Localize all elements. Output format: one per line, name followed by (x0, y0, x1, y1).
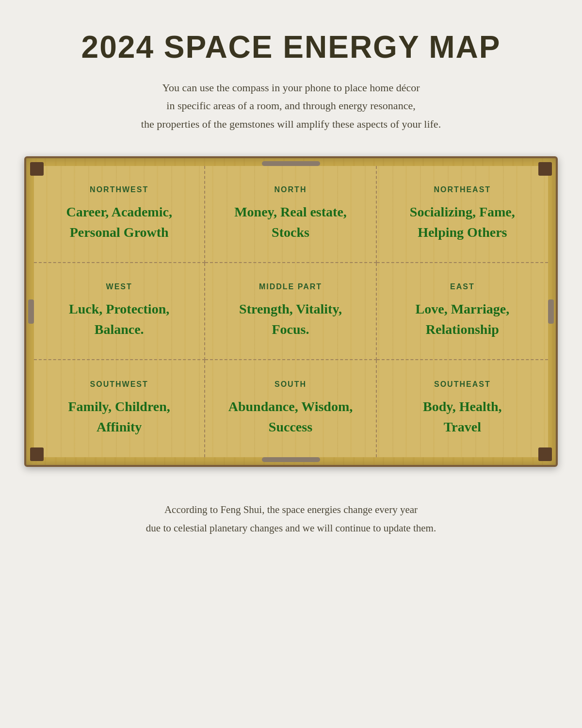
cell-southwest: SOUTHWEST Family, Children, Affinity (34, 360, 205, 457)
content-middle: Strength, Vitality, Focus. (239, 299, 342, 340)
subtitle-line3: the properties of the gemstones will amp… (141, 118, 441, 130)
content-southwest-line1: Family, Children, (68, 399, 170, 414)
content-south-line2: Success (269, 419, 312, 434)
direction-middle: MIDDLE PART (259, 282, 322, 291)
direction-west: WEST (106, 282, 132, 291)
cell-south: SOUTH Abundance, Wisdom, Success (205, 360, 376, 457)
content-east-line1: Love, Marriage, (416, 301, 510, 316)
rail-top (262, 161, 320, 166)
subtitle-line2: in specific areas of a room, and through… (166, 99, 415, 112)
rail-bottom (262, 457, 320, 462)
energy-grid: NORTHWEST Career, Academic, Personal Gro… (34, 166, 548, 457)
corner-top-left (30, 162, 44, 176)
footer: According to Feng Shui, the space energi… (146, 501, 436, 538)
footer-line2: due to celestial planetary changes and w… (146, 522, 436, 534)
direction-south: SOUTH (275, 380, 307, 389)
cell-west: WEST Luck, Protection, Balance. (34, 263, 205, 360)
content-north-line2: Stocks (272, 225, 309, 240)
content-middle-line1: Strength, Vitality, (239, 301, 342, 316)
direction-southwest: SOUTHWEST (90, 380, 148, 389)
content-northwest-line1: Career, Academic, (66, 204, 172, 219)
footer-line1: According to Feng Shui, the space energi… (164, 504, 418, 515)
content-southeast: Body, Health, Travel (423, 397, 502, 437)
cell-southeast: SOUTHEAST Body, Health, Travel (377, 360, 548, 457)
content-southwest: Family, Children, Affinity (68, 397, 170, 437)
content-north: Money, Real estate, Stocks (234, 202, 347, 243)
page-title: 2024 SPACE ENERGY MAP (81, 29, 501, 65)
content-southwest-line2: Affinity (97, 419, 142, 434)
content-northeast-line2: Helping Others (418, 225, 507, 240)
subtitle-line1: You can use the compass in your phone to… (162, 82, 420, 94)
content-south: Abundance, Wisdom, Success (228, 397, 353, 437)
content-west-line1: Luck, Protection, (69, 301, 169, 316)
wood-frame: NORTHWEST Career, Academic, Personal Gro… (24, 156, 558, 467)
content-west-line2: Balance. (95, 322, 144, 337)
content-southeast-line2: Travel (444, 419, 481, 434)
content-middle-line2: Focus. (272, 322, 309, 337)
content-northeast-line1: Socializing, Fame, (410, 204, 515, 219)
content-northwest-line2: Personal Growth (70, 225, 169, 240)
cell-middle: MIDDLE PART Strength, Vitality, Focus. (205, 263, 376, 360)
corner-bottom-left (30, 447, 44, 461)
content-west: Luck, Protection, Balance. (69, 299, 169, 340)
content-northeast: Socializing, Fame, Helping Others (410, 202, 515, 243)
content-southeast-line1: Body, Health, (423, 399, 502, 414)
direction-southeast: SOUTHEAST (434, 380, 491, 389)
wood-inner: NORTHWEST Career, Academic, Personal Gro… (34, 166, 548, 457)
content-north-line1: Money, Real estate, (234, 204, 347, 219)
cell-northwest: NORTHWEST Career, Academic, Personal Gro… (34, 166, 205, 263)
subtitle: You can use the compass in your phone to… (141, 79, 441, 133)
content-east-line2: Relationship (426, 322, 499, 337)
direction-east: EAST (450, 282, 475, 291)
content-northwest: Career, Academic, Personal Growth (66, 202, 172, 243)
corner-bottom-right (538, 447, 552, 461)
content-east: Love, Marriage, Relationship (416, 299, 510, 340)
direction-northwest: NORTHWEST (90, 185, 148, 194)
cell-northeast: NORTHEAST Socializing, Fame, Helping Oth… (377, 166, 548, 263)
cell-north: NORTH Money, Real estate, Stocks (205, 166, 376, 263)
handle-right (548, 299, 554, 324)
content-south-line1: Abundance, Wisdom, (228, 399, 353, 414)
corner-top-right (538, 162, 552, 176)
handle-left (28, 299, 34, 324)
direction-northeast: NORTHEAST (434, 185, 491, 194)
cell-east: EAST Love, Marriage, Relationship (377, 263, 548, 360)
direction-north: NORTH (275, 185, 307, 194)
